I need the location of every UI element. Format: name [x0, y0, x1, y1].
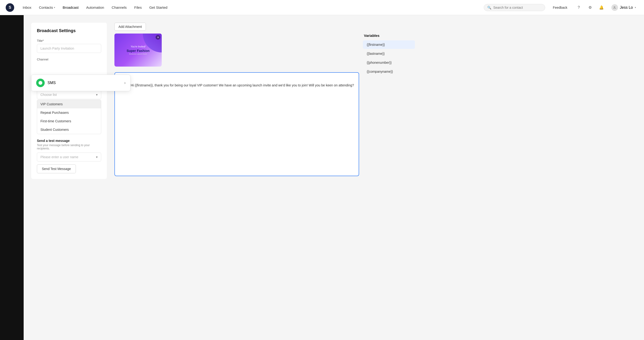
- sms-option: SMS: [36, 79, 56, 87]
- panel-title: Broadcast Settings: [37, 28, 101, 33]
- nav-item-get-started[interactable]: Get Started: [146, 3, 170, 11]
- nav-item-automation[interactable]: Automation: [83, 3, 107, 11]
- channel-chevron-icon: ›: [124, 81, 126, 85]
- title-label: Title*: [37, 39, 101, 42]
- channel-value: SMS: [48, 81, 56, 85]
- list-option-vip[interactable]: VIP Customers: [37, 100, 101, 108]
- message-editor[interactable]: Hi {{firstname}}, thank you for being ou…: [114, 72, 359, 176]
- test-message-section: Send a test message Test your message be…: [37, 139, 101, 173]
- nav-item-broadcast[interactable]: Broadcast: [60, 3, 82, 11]
- app-logo: S: [6, 3, 14, 12]
- feedback-button[interactable]: Feedback: [549, 4, 571, 11]
- nav-item-inbox[interactable]: Inbox: [20, 3, 34, 11]
- username-placeholder: Please enter a user name: [40, 155, 78, 159]
- list-dropdown-chevron-icon: ▾: [96, 93, 98, 97]
- help-icon[interactable]: ?: [575, 4, 582, 11]
- send-test-button[interactable]: Send Test Message: [37, 164, 76, 173]
- contacts-chevron-icon: ▾: [54, 6, 55, 9]
- channel-label: Channel: [37, 58, 101, 61]
- attachment-row: Add Attachment: [114, 23, 636, 33]
- username-dropdown[interactable]: Please enter a user name ▾: [37, 153, 101, 162]
- list-option-repeat[interactable]: Repeat Purchasers: [37, 108, 101, 117]
- nav-links: Inbox Contacts ▾ Broadcast Automation Ch…: [20, 3, 484, 11]
- broadcast-settings-panel: Broadcast Settings Title* Channel SMS ›: [31, 23, 107, 179]
- search-bar[interactable]: 🔍: [484, 4, 545, 11]
- test-message-desc: Test your message before sending to your…: [37, 144, 101, 150]
- choose-list-placeholder: Choose list: [40, 93, 57, 97]
- preview-close-button[interactable]: ✕: [156, 35, 160, 40]
- message-content: Hi {{firstname}}, thank you for being ou…: [131, 83, 354, 87]
- notifications-icon[interactable]: 🔔: [598, 4, 605, 11]
- variables-title: Variables: [363, 33, 415, 37]
- test-message-title: Send a test message: [37, 139, 101, 143]
- avatar: JL: [611, 4, 618, 11]
- left-sidebar: [0, 15, 24, 340]
- username-chevron-icon: ▾: [96, 155, 98, 159]
- user-name: Jess Lo: [620, 5, 633, 10]
- user-chevron-icon: ▾: [635, 6, 636, 9]
- list-option-firsttime[interactable]: First-time Customers: [37, 117, 101, 125]
- user-menu[interactable]: JL Jess Lo ▾: [609, 3, 638, 12]
- settings-icon[interactable]: ⚙: [586, 4, 594, 11]
- page-wrapper: Broadcast Settings Title* Channel SMS ›: [31, 23, 636, 179]
- variable-phonenumber[interactable]: {{phonenumber}}: [363, 58, 415, 67]
- nav-item-channels[interactable]: Channels: [109, 3, 129, 11]
- nav-right: 🔍 Feedback ? ⚙ 🔔 JL Jess Lo ▾: [484, 3, 638, 12]
- list-dropdown[interactable]: Choose list ▾: [37, 90, 101, 99]
- add-attachment-button[interactable]: Add Attachment: [114, 23, 146, 31]
- title-input[interactable]: [37, 44, 101, 53]
- sms-icon: [36, 79, 45, 87]
- right-content: Add Attachment ✕ You're Invited! Super F…: [114, 23, 636, 176]
- preview-image: You're Invited! Super Fashion Exclusive …: [114, 33, 162, 67]
- list-option-student[interactable]: Student Customers: [37, 125, 101, 134]
- list-options: VIP Customers Repeat Purchasers First-ti…: [37, 100, 101, 134]
- title-field-group: Title*: [37, 39, 101, 53]
- nav-item-contacts[interactable]: Contacts ▾: [36, 3, 58, 11]
- variable-companyname[interactable]: {{companyname}}: [363, 67, 415, 76]
- preview-text1: You're Invited!: [126, 45, 150, 48]
- variables-panel: Variables {{firstname}} {{lastname}} {{p…: [363, 33, 415, 76]
- image-preview: ✕ You're Invited! Super Fashion Exclusiv…: [114, 33, 162, 67]
- main-content: Broadcast Settings Title* Channel SMS ›: [24, 15, 644, 340]
- variable-firstname[interactable]: {{firstname}}: [363, 40, 415, 49]
- preview-text3: Exclusive Launch Event: [126, 53, 150, 55]
- variable-lastname[interactable]: {{lastname}}: [363, 49, 415, 58]
- channel-field-group: Channel: [37, 58, 101, 61]
- channel-dropdown[interactable]: SMS ›: [31, 75, 130, 91]
- search-icon: 🔍: [487, 6, 491, 9]
- top-navigation: S Inbox Contacts ▾ Broadcast Automation …: [0, 0, 644, 15]
- preview-text2: Super Fashion: [126, 49, 150, 53]
- search-input[interactable]: [493, 6, 540, 9]
- nav-item-files[interactable]: Files: [132, 3, 145, 11]
